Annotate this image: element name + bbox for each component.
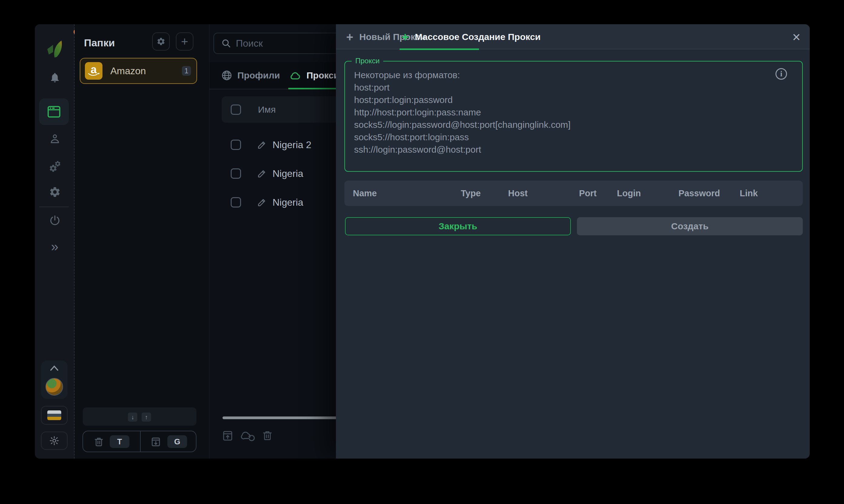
proxy-name: Nigeria xyxy=(273,168,303,179)
profiles-panel: Поиск Профили Прокси Имя xyxy=(209,24,338,458)
power-icon xyxy=(49,214,61,227)
row-checkbox[interactable] xyxy=(231,168,241,179)
sidebar-item-settings[interactable] xyxy=(35,186,74,198)
sidebar-divider xyxy=(39,206,69,207)
modal-header: + Новый Прокси + Массовое Создание Прокс… xyxy=(336,24,810,49)
column-name-label: Имя xyxy=(258,105,276,115)
placeholder-line: socks5://host:port:login:pass xyxy=(354,131,571,143)
profiles-tabbar: Профили Прокси xyxy=(209,62,338,89)
sidebar-item-power[interactable] xyxy=(35,214,74,227)
user-menu-tile[interactable] xyxy=(41,360,68,399)
sidebar-item-browser-profiles[interactable] xyxy=(39,98,69,125)
folder-name: Amazon xyxy=(110,66,182,77)
placeholder-line: Некоторые из форматов: xyxy=(354,69,571,81)
proxy-table-header: Имя xyxy=(222,96,338,123)
language-flag-button[interactable] xyxy=(41,406,68,425)
row-checkbox[interactable] xyxy=(231,197,241,208)
add-folder-button[interactable]: + xyxy=(176,32,193,51)
column-name: Name xyxy=(353,181,377,206)
double-chevron-right-icon: » xyxy=(51,240,58,253)
placeholder-line: host:port:login:password xyxy=(354,94,571,106)
group-hotkey-chip[interactable]: G xyxy=(167,435,187,448)
tab-profiles[interactable]: Профили xyxy=(221,62,280,89)
folder-count-badge: 1 xyxy=(182,66,191,76)
select-all-checkbox[interactable] xyxy=(231,105,241,115)
folders-panel-title: Папки xyxy=(84,37,115,49)
sync-proxies-button[interactable] xyxy=(240,430,256,442)
folder-item-amazon[interactable]: a Amazon 1 xyxy=(80,58,197,84)
placeholder-line: socks5://login:password@host:port[changi… xyxy=(354,119,571,131)
pencil-icon[interactable] xyxy=(257,197,267,208)
sidebar: » xyxy=(35,24,74,458)
gear-icon xyxy=(49,186,61,198)
proxy-name: Nigeria xyxy=(273,197,303,208)
proxy-row[interactable]: Nigeria xyxy=(222,193,338,212)
theme-toggle-button[interactable] xyxy=(41,432,68,450)
app-logo-icon xyxy=(45,38,66,59)
folders-footer-toolbar: T G xyxy=(83,431,196,452)
flag-icon xyxy=(47,410,61,420)
column-type: Type xyxy=(461,181,481,206)
chevron-up-icon xyxy=(41,365,68,371)
pencil-icon[interactable] xyxy=(257,168,267,179)
create-proxies-button[interactable]: Создать xyxy=(577,217,803,235)
trash-icon xyxy=(262,430,273,442)
trash-icon[interactable] xyxy=(93,436,104,448)
bulk-proxy-table-header: Name Type Host Port Login Password Link xyxy=(344,181,803,206)
globe-icon xyxy=(221,70,232,81)
tab-profiles-label: Профили xyxy=(237,70,280,80)
folders-sort-bar: ↓ ↑ xyxy=(83,408,196,426)
sidebar-collapse-button[interactable]: » xyxy=(35,240,74,253)
horizontal-scrollbar[interactable] xyxy=(223,416,338,419)
import-box-icon[interactable] xyxy=(150,436,161,448)
search-input[interactable]: Поиск xyxy=(213,33,341,54)
toolbar-divider xyxy=(140,431,141,452)
info-icon[interactable]: i xyxy=(775,68,787,80)
cloud-sync-icon xyxy=(240,430,256,442)
person-icon xyxy=(49,133,61,145)
active-tab-underline xyxy=(400,49,479,50)
arrow-down-icon: ↓ xyxy=(131,414,134,421)
delete-proxies-button[interactable] xyxy=(262,430,273,442)
close-modal-button[interactable]: Закрыть xyxy=(345,217,571,235)
proxy-row[interactable]: Nigeria xyxy=(222,164,338,183)
tab-bulk-proxy[interactable]: + Массовое Создание Прокси xyxy=(402,24,540,49)
folders-settings-button[interactable] xyxy=(152,32,170,51)
proxy-row[interactable]: Nigeria 2 xyxy=(222,135,338,155)
close-icon: × xyxy=(792,29,800,45)
row-checkbox[interactable] xyxy=(231,140,241,150)
placeholder-line: http://host:port:login:pass:name xyxy=(354,106,571,119)
amazon-icon: a xyxy=(85,62,102,80)
plus-icon: + xyxy=(346,31,353,43)
plus-icon: + xyxy=(181,35,188,49)
sun-icon xyxy=(49,435,59,446)
notifications-bell-icon[interactable] xyxy=(35,72,74,83)
pencil-icon[interactable] xyxy=(257,140,267,150)
sort-ascending-button[interactable]: ↑ xyxy=(142,413,151,421)
user-avatar[interactable] xyxy=(46,378,63,396)
tab-bulk-proxy-label: Массовое Создание Прокси xyxy=(415,32,540,42)
gears-icon xyxy=(49,160,61,172)
plus-icon: + xyxy=(402,31,409,43)
tab-proxy[interactable]: Прокси xyxy=(289,62,339,89)
column-host: Host xyxy=(508,181,528,206)
modal-close-button[interactable]: × xyxy=(787,28,806,46)
gear-icon xyxy=(156,37,166,46)
browser-window-icon xyxy=(47,105,61,118)
active-tab-underline xyxy=(288,88,338,89)
column-port: Port xyxy=(579,181,597,206)
app-window: » xyxy=(35,24,810,458)
export-button[interactable] xyxy=(222,430,234,442)
folders-panel: Папки + a Amazon 1 ↓ ↑ xyxy=(74,24,209,458)
sidebar-item-accounts[interactable] xyxy=(35,133,74,145)
arrow-up-icon: ↑ xyxy=(145,414,148,421)
delete-hotkey-chip[interactable]: T xyxy=(110,435,130,448)
search-icon xyxy=(221,38,231,49)
sort-descending-button[interactable]: ↓ xyxy=(128,413,137,421)
proxy-textarea[interactable]: Прокси i Некоторые из форматов: host:por… xyxy=(344,61,803,172)
tab-proxy-label: Прокси xyxy=(307,70,339,80)
placeholder-line: host:port xyxy=(354,81,571,94)
sidebar-item-automation[interactable] xyxy=(35,160,74,172)
cloud-icon xyxy=(289,70,302,80)
column-login: Login xyxy=(617,181,641,206)
